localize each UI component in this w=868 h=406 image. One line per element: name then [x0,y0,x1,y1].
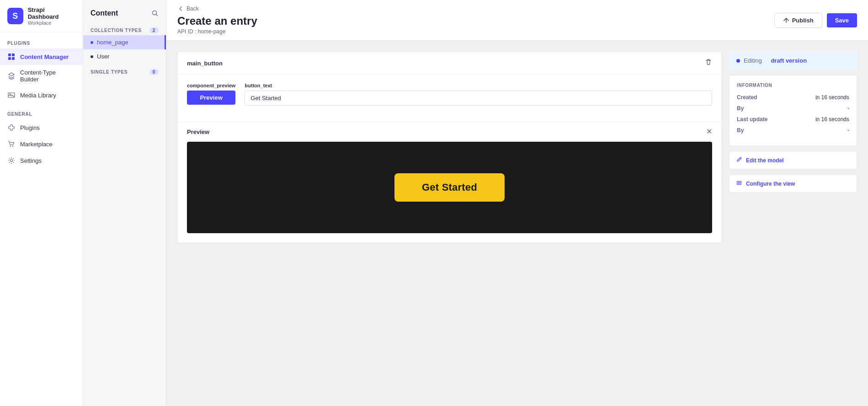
fields-row: component_preview Preview button_text [187,83,712,106]
component-preview-label: component_preview [187,83,235,88]
svg-rect-1 [12,53,15,56]
information-card: Information Created in 16 seconds By - L… [729,75,857,146]
publish-label: Publish [792,17,814,24]
sidebar-item-media-library[interactable]: Media Library [0,87,83,103]
draft-dot [736,59,740,63]
preview-get-started-button: Get Started [394,173,505,202]
save-label: Save [835,17,849,24]
sidebar-item-content-manager[interactable]: Content Manager [0,48,83,65]
form-area: main_button component_preview Preview [177,52,722,395]
delete-button[interactable] [705,59,712,68]
list-icon [736,180,742,187]
collection-item-user[interactable]: User [83,49,166,64]
collection-item-home-page[interactable]: home_page [83,35,166,49]
main-button-card: main_button component_preview Preview [177,52,722,243]
by-row: By - [737,105,849,112]
by2-label: By [737,127,744,134]
editing-label: Editing [744,57,762,64]
single-types-label: Single Types 0 [83,64,166,77]
button-text-input[interactable] [245,91,712,106]
main-button-label: main_button [187,60,223,67]
plugins-section-label: Plugins [0,32,83,48]
svg-rect-0 [8,53,11,56]
layers-icon [7,72,16,80]
gear-icon [7,156,16,165]
sidebar-item-label-plugins: Plugins [20,124,40,131]
sidebar-item-settings[interactable]: Settings [0,152,83,169]
search-button[interactable] [151,10,159,17]
svg-rect-2 [8,57,11,60]
item-dot [91,55,93,58]
sidebar-item-label-marketplace: Marketplace [20,141,53,148]
main-body: main_button component_preview Preview [166,41,868,406]
sidebar-item-label-settings: Settings [20,157,42,164]
svg-rect-3 [12,57,15,60]
by2-row: By - [737,127,849,134]
preview-content: Get Started [187,142,712,233]
preview-header: Preview ✕ [178,122,721,142]
sidebar: S Strapi Dashboard Workplace Plugins Con… [0,0,83,406]
sidebar-item-marketplace[interactable]: Marketplace [0,136,83,152]
preview-section: Preview ✕ Get Started [178,121,721,233]
collection-item-label-home-page: home_page [97,39,128,46]
topbar-right: Publish Save [774,13,857,28]
created-value: in 16 seconds [815,94,849,101]
preview-title: Preview [187,128,209,135]
app-subtitle: Workplace [28,20,75,26]
edit-model-label: Edit the model [746,157,784,164]
content-panel-title: Content [91,9,118,17]
grid-icon [7,53,16,61]
by2-value: - [847,127,849,134]
svg-point-7 [12,146,13,147]
last-update-row: Last update in 16 seconds [737,116,849,123]
logo-icon: S [7,8,23,24]
preview-close-button[interactable]: ✕ [706,128,712,135]
button-text-label: button_text [245,83,712,88]
single-types-count: 0 [149,69,159,75]
by-value: - [847,105,849,112]
sidebar-item-content-type-builder[interactable]: Content-Type Builder [0,65,83,87]
logo-text: Strapi Dashboard Workplace [28,6,75,26]
topbar-left: Back Create an entry API ID : home-page [177,5,257,35]
back-link[interactable]: Back [177,5,257,12]
created-label: Created [737,94,757,101]
shopping-cart-icon [7,140,16,148]
sidebar-item-plugins[interactable]: Plugins [0,119,83,136]
back-label: Back [186,5,199,12]
configure-view-label: Configure the view [746,181,795,187]
topbar: Back Create an entry API ID : home-page … [166,0,868,41]
puzzle-icon [7,123,16,132]
card-body: component_preview Preview button_text [178,75,721,121]
collection-types-count: 2 [149,27,159,33]
page-title: Create an entry [177,15,257,27]
edit-model-link[interactable]: Edit the model [729,151,857,169]
app-logo: S Strapi Dashboard Workplace [0,0,83,32]
draft-badge: Editing draft version [729,52,857,69]
component-preview-button[interactable]: Preview [187,91,235,105]
api-id: API ID : home-page [177,28,257,35]
collection-item-label-user: User [97,53,109,60]
button-text-field: button_text [245,83,712,106]
component-preview-field: component_preview Preview [187,83,235,106]
sidebar-item-label-content-manager: Content Manager [20,53,69,60]
draft-version-label: draft version [771,57,807,64]
svg-point-6 [10,146,11,147]
general-section-label: General [0,103,83,119]
right-panel: Editing draft version Information Create… [729,52,857,395]
main-area: Back Create an entry API ID : home-page … [166,0,868,406]
publish-button[interactable]: Publish [774,13,822,28]
last-update-value: in 16 seconds [815,116,849,123]
app-title: Strapi Dashboard [28,6,75,20]
card-header: main_button [178,52,721,75]
edit-icon [736,156,742,164]
by-label: By [737,105,744,112]
last-update-label: Last update [737,116,767,123]
svg-point-8 [11,160,13,162]
collection-types-label: Collection Types 2 [83,22,166,35]
information-label: Information [737,83,849,88]
sidebar-item-label-media-library: Media Library [20,92,56,99]
configure-view-link[interactable]: Configure the view [729,175,857,192]
active-dot [91,41,93,44]
image-icon [7,91,16,99]
save-button[interactable]: Save [827,13,857,27]
